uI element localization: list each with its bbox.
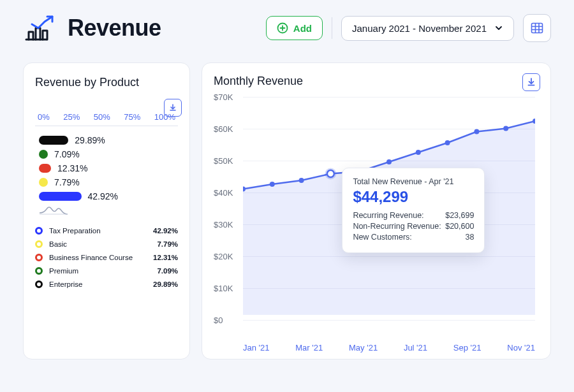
- axis-tick: 25%: [63, 112, 80, 122]
- y-tick: $30K: [214, 220, 233, 229]
- bar-row: 7.09%: [39, 149, 178, 159]
- tooltip-value: 38: [465, 233, 474, 242]
- grid-line: [243, 320, 535, 321]
- date-range-label: January 2021 - November 2021: [352, 23, 487, 34]
- bar-row: 42.92%: [39, 191, 178, 201]
- page-title: Revenue: [68, 15, 161, 41]
- legend-swatch: [35, 227, 43, 235]
- bar-row: 12.31%: [39, 163, 178, 173]
- bar: [39, 192, 82, 201]
- table-view-button[interactable]: [523, 14, 551, 42]
- legend-value: 12.31%: [153, 254, 178, 261]
- svg-point-4: [299, 178, 304, 183]
- download-icon: [526, 77, 536, 87]
- axis-tick: 0%: [38, 112, 50, 122]
- tooltip-amount: $44,299: [353, 188, 474, 206]
- bar: [39, 136, 68, 145]
- x-tick: May '21: [349, 343, 378, 352]
- bar-label: 42.92%: [88, 191, 118, 201]
- x-tick: Sep '21: [453, 343, 482, 352]
- y-tick: $20K: [214, 252, 233, 261]
- bar-label: 12.31%: [57, 163, 87, 173]
- legend-name: Business Finance Course: [49, 254, 133, 261]
- legend-name: Basic: [49, 240, 67, 248]
- svg-point-11: [503, 126, 508, 131]
- download-icon: [168, 103, 177, 112]
- revenue-by-product-card: Revenue by Product 0% 25% 50% 75% 100% 2…: [23, 62, 190, 359]
- tooltip-key: New Customers:: [353, 233, 411, 242]
- tooltip-value: $23,699: [445, 211, 474, 220]
- bar-label: 7.79%: [54, 177, 80, 187]
- legend-swatch: [35, 280, 43, 288]
- chevron-down-icon: [494, 24, 503, 33]
- svg-point-10: [474, 129, 479, 134]
- add-button-label: Add: [293, 23, 312, 34]
- card-title: Revenue by Product: [35, 76, 178, 89]
- bar-label: 7.09%: [54, 149, 80, 159]
- chart-tooltip: Total New Revenue - Apr '21 $44,299 Recu…: [342, 168, 485, 253]
- svg-point-9: [445, 140, 450, 145]
- legend-name: Premium: [49, 267, 78, 275]
- axis-tick: 50%: [94, 112, 110, 122]
- bar-row: 7.79%: [39, 177, 178, 187]
- legend-name: Enterprise: [49, 280, 82, 288]
- monthly-revenue-card: Monthly Revenue $70K$60K$50K$40K$30K$20K…: [202, 62, 551, 359]
- bar-list: 29.89%7.09%12.31%7.79%42.92%: [35, 135, 178, 201]
- legend-row: Basic7.79%: [35, 240, 178, 248]
- plus-circle-icon: [277, 22, 288, 34]
- tooltip-title: Total New Revenue - Apr '21: [353, 177, 474, 186]
- y-tick: $50K: [214, 156, 233, 166]
- date-range-button[interactable]: January 2021 - November 2021: [341, 16, 514, 41]
- bar-axis: 0% 25% 50% 75% 100%: [35, 112, 178, 122]
- legend-row: Business Finance Course12.31%: [35, 254, 178, 261]
- legend-swatch: [35, 240, 43, 248]
- table-icon: [530, 21, 544, 35]
- legend-row: Premium7.09%: [35, 267, 178, 275]
- bar-dot: [39, 178, 48, 187]
- card-title: Monthly Revenue: [214, 75, 539, 88]
- bar-label: 29.89%: [75, 135, 105, 145]
- legend-value: 7.79%: [157, 240, 178, 248]
- bar: [39, 164, 51, 173]
- line-chart[interactable]: $70K$60K$50K$40K$30K$20K$10K$0 Total New…: [214, 92, 539, 340]
- axis-line: [35, 126, 178, 126]
- y-tick: $70K: [214, 92, 233, 102]
- y-tick: $60K: [214, 124, 233, 134]
- tooltip-row: Non-Recurring Revenue:$20,600: [353, 222, 474, 231]
- svg-point-7: [386, 159, 392, 164]
- x-tick: Mar '21: [295, 343, 323, 352]
- x-tick: Jul '21: [404, 343, 427, 352]
- x-tick: Jan '21: [243, 343, 270, 352]
- tooltip-row: New Customers:38: [353, 233, 474, 242]
- separator: [332, 17, 332, 39]
- y-tick: $40K: [214, 188, 233, 198]
- sparkline-icon: [39, 205, 178, 215]
- download-button[interactable]: [522, 73, 540, 91]
- svg-rect-1: [532, 24, 543, 33]
- bar-row: 29.89%: [39, 135, 178, 145]
- tooltip-key: Non-Recurring Revenue:: [353, 222, 441, 231]
- y-tick: $10K: [214, 284, 233, 293]
- svg-point-14: [327, 170, 334, 177]
- svg-point-8: [416, 150, 421, 155]
- legend-value: 7.09%: [157, 267, 178, 275]
- tooltip-value: $20,600: [445, 222, 474, 231]
- x-tick: Nov '21: [507, 343, 535, 352]
- page-header: Revenue Add January 2021 - November 2021: [23, 14, 551, 42]
- legend: Tax Preparation42.92%Basic7.79%Business …: [35, 227, 178, 288]
- x-axis: Jan '21 Mar '21 May '21 Jul '21 Sep '21 …: [214, 343, 539, 352]
- add-button[interactable]: Add: [266, 16, 323, 40]
- tooltip-row: Recurring Revenue:$23,699: [353, 211, 474, 220]
- tooltip-key: Recurring Revenue:: [353, 211, 423, 220]
- legend-swatch: [35, 267, 43, 275]
- svg-point-3: [270, 182, 275, 187]
- legend-name: Tax Preparation: [49, 227, 101, 235]
- revenue-icon: [23, 14, 56, 42]
- download-button[interactable]: [164, 99, 182, 117]
- legend-row: Tax Preparation42.92%: [35, 227, 178, 235]
- legend-row: Enterprise29.89%: [35, 280, 178, 288]
- axis-tick: 75%: [124, 112, 140, 122]
- legend-swatch: [35, 254, 43, 261]
- legend-value: 42.92%: [153, 227, 178, 235]
- bar-dot: [39, 150, 48, 159]
